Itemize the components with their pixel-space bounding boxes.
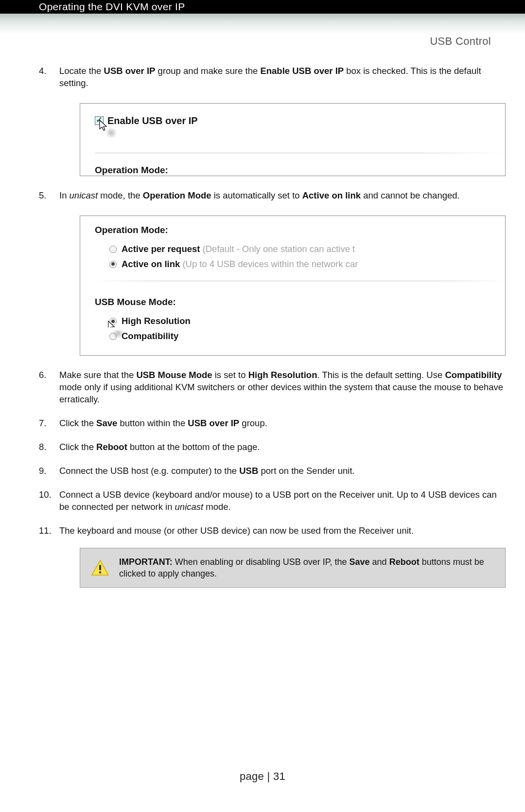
smudge [105,128,118,138]
radio-active-per-request: Active per request (Default - Only one s… [95,243,505,255]
warning-icon [91,559,109,576]
text: port on the Sender unit. [258,466,355,476]
checkbox-label: Enable USB over IP [107,114,198,127]
text: High Resolution [248,370,317,380]
text: USB Mouse Mode [136,370,212,380]
text: . This is the default setting. Use [317,370,445,380]
text: Active on link [122,259,180,269]
text: mode. [203,502,231,512]
step-9: Connect the USB host (e.g. computer) to … [39,465,506,477]
text: and cannot be changed. [361,190,460,200]
step-6: Make sure that the USB Mouse Mode is set… [39,369,506,406]
operation-mode-label: Operation Mode: [95,224,505,236]
radio-icon [109,246,117,253]
text: Click the [59,418,96,428]
cursor-icon [107,320,116,327]
text: (Default - Only one station can active t [200,244,355,254]
text: Save [96,418,117,428]
usb-mouse-mode-label: USB Mouse Mode: [95,296,505,308]
step-10: Connect a USB device (keyboard and/or mo… [39,489,506,513]
text: Reboot [389,557,420,567]
text: Operation Mode [143,190,211,200]
text: Save [350,557,370,567]
step-4: Locate the USB over IP group and make su… [39,65,506,176]
text: unicast [175,502,204,512]
chapter-header: Operating the DVI KVM over IP [0,0,525,14]
text: is automatically set to [211,190,302,200]
screenshot-box-2: Operation Mode: Active per request (Defa… [80,216,506,356]
page-footer: page | 31 [0,770,525,783]
radio-active-on-link: Active on link (Up to 4 USB devices with… [95,258,505,271]
text: USB over IP [188,418,239,428]
operation-mode-label: Operation Mode: [95,164,505,176]
step-8: Click the Reboot button at the bottom of… [39,441,506,453]
text: Make sure that the [59,370,136,380]
text: USB [239,466,258,476]
text: Locate the [59,66,104,76]
text: (Up to 4 USB devices within the network … [180,259,358,269]
text: mode only if using additional KVM switch… [59,382,503,404]
page-number: 31 [273,770,285,782]
radio-high-resolution: High Resolution [95,315,505,327]
divider [95,281,505,281]
text: Connect a USB device (keyboard and/or mo… [59,489,497,512]
text: Enable USB over IP [260,66,344,76]
chapter-title: Operating the DVI KVM over IP [39,1,185,12]
text: Click the [59,442,96,452]
important-note: IMPORTANT: When enabling or disabling US… [80,548,506,588]
gradient-divider [0,14,525,34]
step-11: The keyboard and mouse (or other USB dev… [39,525,506,588]
text: Connect the USB host (e.g. computer) to … [59,466,239,476]
text: unicast [70,190,98,200]
text: Active per request [122,244,200,254]
screenshot-box-1: Enable USB over IP Operation Mode: Activ… [80,103,506,176]
text: USB over IP [104,66,156,76]
text: The keyboard and mouse (or other USB dev… [59,525,414,536]
radio-icon [109,261,117,268]
step-5: In unicast mode, the Operation Mode is a… [39,190,506,356]
enable-usb-checkbox-row: Enable USB over IP [95,114,505,127]
text: button within the [117,418,188,428]
text: group and make sure the [155,66,260,76]
text: Active on link [302,190,361,200]
text: button at the bottom of the page. [127,442,260,452]
svg-rect-0 [99,565,101,570]
divider [95,153,505,153]
page-label: page | [240,770,273,782]
section-title: USB Control [0,34,525,48]
radio-compatibility: Compatibility [95,330,505,343]
text: When enabling or disabling USB over IP, … [173,557,350,567]
text: mode, the [98,190,143,200]
text: IMPORTANT: [119,557,173,567]
text: and [370,557,389,567]
text: is set to [212,370,248,380]
svg-point-1 [99,571,101,573]
text: group. [239,418,267,428]
page-content: Locate the USB over IP group and make su… [0,48,525,588]
text: In [59,190,70,200]
text: High Resolution [122,315,191,327]
text: Compatibility [445,370,502,380]
step-7: Click the Save button within the USB ove… [39,417,506,430]
text: Compatibility [122,330,178,343]
text: Reboot [96,442,127,452]
